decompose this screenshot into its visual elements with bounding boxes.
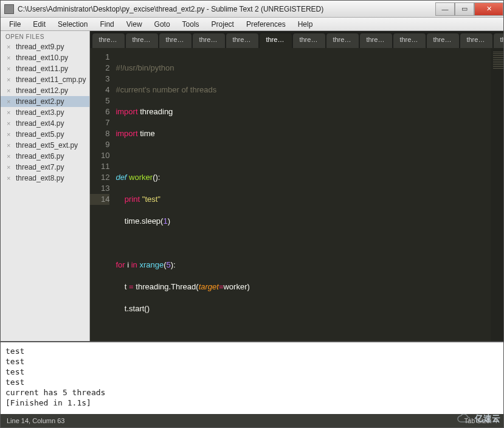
minimap-content [493,52,503,69]
file-name: thread_ext4.py [16,119,64,128]
file-name: thread_ext3.py [16,108,64,117]
file-name: thread_ext5.py [16,130,64,139]
close-file-icon[interactable]: × [7,76,13,83]
file-item[interactable]: ×thread_ext10.py [1,52,89,63]
code-line-2: #current's number of threads [116,85,216,94]
close-file-icon[interactable]: × [7,153,13,160]
minimap[interactable] [491,48,503,341]
tab[interactable]: thread_ [193,33,225,48]
line-number: 13 [90,183,109,194]
menu-preferences[interactable]: Preferences [240,19,292,30]
statusbar: Line 14, Column 63 Tab Size: 4 [1,414,503,427]
close-button[interactable]: ✕ [474,2,503,16]
file-name: thread_ext5_ext.py [16,141,78,150]
menu-view[interactable]: View [120,19,148,30]
tab[interactable]: thread_ [293,33,325,48]
line-number: 8 [90,128,109,139]
file-item[interactable]: ×thread_ext5.py [1,129,89,140]
tab[interactable]: thread_ [260,33,292,48]
file-item[interactable]: ×thread_ext12.py [1,85,89,96]
menu-selection[interactable]: Selection [52,19,94,30]
code-content[interactable]: #!/usr/bin/python #current's number of t… [116,48,491,341]
file-item[interactable]: ×thread_ext7.py [1,162,89,173]
line-number: 5 [90,95,109,106]
menu-help[interactable]: Help [292,19,319,30]
tab[interactable]: thread_ [92,33,125,48]
line-number: 10 [90,150,109,161]
menu-edit[interactable]: Edit [27,19,52,30]
file-name: thread_ext2.py [16,97,64,106]
line-number: 6 [90,106,109,117]
window-title: C:\Users\Administrator\Desktop\py_excise… [18,5,323,13]
tab[interactable]: thread_ [393,33,426,48]
editor-area: thread_thread_thread_thread_thread_threa… [90,31,503,341]
kw-print: print [125,195,140,204]
tab[interactable]: thread_ [360,33,392,48]
kw-for: for [116,260,125,269]
tab[interactable]: thread_ [460,33,492,48]
close-file-icon[interactable]: × [7,120,13,127]
window-controls: — ▭ ✕ [435,2,503,16]
line-number: 12 [90,172,109,183]
tab[interactable]: thread_ [226,33,258,48]
code-row: 1 2 3 4 5 6 7 8 91011121314 #!/usr/bin/p… [90,48,503,341]
file-item[interactable]: ×thread_ext6.py [1,151,89,162]
app-icon [4,4,14,14]
file-name: thread_ext11.py [16,64,68,73]
file-item[interactable]: ×thread_ext5_ext.py [1,140,89,151]
sidebar: OPEN FILES ×thread_ext9.py×thread_ext10.… [1,31,90,341]
close-file-icon[interactable]: × [7,54,13,61]
menu-tools[interactable]: Tools [176,19,205,30]
file-item[interactable]: ×thread_ext3.py [1,107,89,118]
output-panel: test test test test current has 5 thread… [1,341,503,414]
menu-project[interactable]: Project [205,19,240,30]
menu-file[interactable]: File [3,19,27,30]
param-target: target [199,282,219,291]
close-file-icon[interactable]: × [7,109,13,116]
line-number: 2 [90,63,109,74]
window: C:\Users\Administrator\Desktop\py_excise… [0,0,504,428]
file-name: thread_ext9.py [16,43,64,51]
line-number: 4 [90,85,109,95]
close-file-icon[interactable]: × [7,142,13,149]
file-name: thread_ext10.py [16,54,68,62]
tab-bar: thread_thread_thread_thread_thread_threa… [90,31,503,48]
minimize-button[interactable]: — [435,2,455,16]
titlebar[interactable]: C:\Users\Administrator\Desktop\py_excise… [1,1,503,18]
mod-time: time [138,129,155,138]
cloud-icon [457,413,472,424]
code-line-1: #!/usr/bin/python [116,63,174,72]
file-item[interactable]: ×thread_ext9.py [1,41,89,52]
close-file-icon[interactable]: × [7,131,13,138]
close-file-icon[interactable]: × [7,43,13,50]
tab[interactable]: thread_ [494,33,503,48]
titlebar-left: C:\Users\Administrator\Desktop\py_excise… [1,4,323,14]
file-item[interactable]: ×thread_ext11_cmp.py [1,74,89,85]
tab[interactable]: thread_ [326,33,359,48]
file-item[interactable]: ×thread_ext11.py [1,63,89,74]
menu-find[interactable]: Find [94,19,120,30]
code-line-12: t.start() [116,304,150,313]
close-file-icon[interactable]: × [7,65,13,72]
menu-goto[interactable]: Goto [148,19,176,30]
file-item[interactable]: ×thread_ext8.py [1,173,89,184]
close-file-icon[interactable]: × [7,87,13,94]
kw-def: def [116,173,126,182]
watermark: 亿速云 [457,413,500,424]
file-item[interactable]: ×thread_ext4.py [1,118,89,129]
file-name: thread_ext8.py [16,174,64,182]
file-item[interactable]: ×thread_ext2.py [1,96,89,107]
line-number: 9 [90,139,109,150]
tab[interactable]: thread_ [126,33,158,48]
close-file-icon[interactable]: × [7,174,13,182]
file-name: thread_ext6.py [16,152,64,160]
close-file-icon[interactable]: × [7,98,13,105]
close-file-icon[interactable]: × [7,164,13,171]
line-number: 3 [90,74,109,85]
status-left: Line 14, Column 63 [7,417,64,424]
tab[interactable]: thread_ [427,33,459,48]
maximize-button[interactable]: ▭ [455,2,474,16]
line-number: 7 [90,117,109,128]
mod-threading: threading [138,107,173,116]
tab[interactable]: thread_ [159,33,192,48]
